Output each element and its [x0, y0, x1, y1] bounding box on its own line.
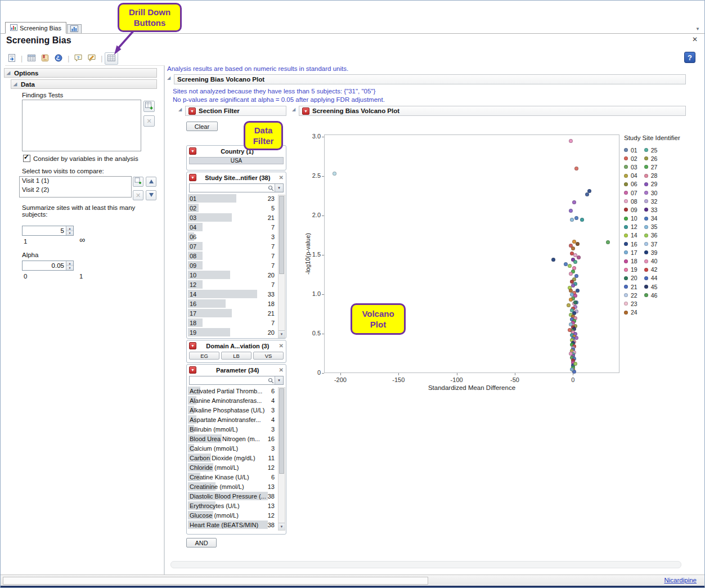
filter-row[interactable]: Glucose (mmol/L)12 [187, 510, 285, 520]
filter-row[interactable]: 025 [187, 203, 285, 213]
scroll-down-icon[interactable]: ▼ [279, 523, 285, 530]
scatter-point[interactable] [570, 218, 574, 222]
legend-item[interactable]: 46 [644, 291, 658, 299]
visit-item[interactable]: Visit 1 (1) [20, 177, 131, 186]
legend-item[interactable]: 45 [644, 282, 658, 291]
filter-row[interactable]: Aspartate Aminotransfer...4 [187, 415, 285, 424]
legend-item[interactable]: 25 [644, 146, 658, 154]
legend-item[interactable]: 29 [644, 180, 658, 188]
move-down-button[interactable] [146, 190, 156, 200]
legend-item[interactable]: 34 [644, 214, 658, 223]
scatter-point[interactable] [569, 352, 573, 356]
add-findings-button[interactable] [143, 101, 155, 112]
remove-visit-button[interactable]: ✕ [133, 190, 143, 200]
legend-item[interactable]: 35 [644, 223, 658, 231]
filter-row[interactable]: 087 [187, 251, 285, 261]
add-visit-button[interactable] [133, 177, 143, 187]
domain-value-button[interactable]: VS [253, 352, 284, 360]
filter-row[interactable]: 1433 [187, 289, 285, 299]
study-link[interactable]: Nicardipine [664, 577, 697, 583]
filter-row[interactable]: Calcium (mmol/L)3 [187, 443, 285, 453]
legend-item[interactable]: 16 [624, 240, 637, 248]
filter-row[interactable]: Erythrocytes (U/L)13 [187, 501, 285, 510]
consider-by-variables-checkbox[interactable]: ✓ [23, 155, 30, 162]
parameter-list-scrollbar[interactable]: ▼ [278, 387, 285, 531]
domain-value-button[interactable]: EG [189, 352, 219, 360]
filter-row[interactable]: 127 [187, 280, 285, 289]
domain-value-button[interactable]: LB [221, 352, 252, 360]
new-window-button[interactable] [5, 52, 19, 65]
legend-item[interactable]: 22 [624, 291, 637, 299]
findings-tests-listbox[interactable] [22, 100, 141, 151]
scatter-point[interactable] [568, 264, 572, 268]
filter-row[interactable]: Bilirubin (mmol/L)3 [187, 424, 285, 434]
tab-screening-bias[interactable]: Screening Bias [5, 22, 66, 34]
filter-row[interactable]: Creatinine (mmol/L)13 [187, 482, 285, 491]
red-triangle-menu-icon[interactable]: ▼ [189, 147, 196, 155]
legend-item[interactable]: 36 [644, 231, 658, 240]
legend-item[interactable]: 18 [624, 257, 637, 265]
legend-item[interactable]: 04 [624, 172, 637, 180]
disclosure-triangle-icon[interactable]: ◢ [167, 76, 170, 80]
panel-menu-caret-icon[interactable]: ▼ [695, 26, 700, 32]
legend-item[interactable]: 20 [624, 274, 637, 282]
legend-item[interactable]: 02 [624, 154, 637, 163]
legend-item[interactable]: 10 [624, 214, 637, 223]
legend-item[interactable]: 06 [624, 180, 637, 188]
red-triangle-menu-icon[interactable]: ▼ [189, 174, 196, 181]
red-triangle-menu-icon[interactable]: ▼ [188, 107, 196, 115]
legend-item[interactable]: 39 [644, 248, 658, 257]
legend-item[interactable]: 30 [644, 188, 658, 197]
step-up-icon[interactable]: ▲ [66, 261, 73, 266]
legend-item[interactable]: 27 [644, 163, 658, 171]
filter-row[interactable]: 097 [187, 261, 285, 270]
filter-row[interactable]: Heart Rate (BEATS/MIN)38 [187, 520, 285, 529]
filter-row[interactable]: Activated Partial Thromb...6 [187, 386, 285, 396]
scrollbar-thumb[interactable] [279, 196, 284, 274]
scatter-point[interactable] [571, 284, 575, 288]
filter-row[interactable]: Chloride (mmol/L)12 [187, 463, 285, 472]
visit-item[interactable]: Visit 2 (2) [20, 186, 131, 195]
scatter-point[interactable] [573, 300, 577, 304]
tab-chart[interactable] [67, 24, 82, 33]
step-up-icon[interactable]: ▲ [66, 226, 73, 231]
filter-row[interactable]: 077 [187, 241, 285, 251]
scatter-point[interactable] [574, 216, 578, 220]
legend-item[interactable]: 01 [624, 146, 637, 154]
scatter-point[interactable] [551, 258, 555, 262]
legend-item[interactable]: 44 [644, 274, 658, 282]
scatter-point[interactable] [569, 209, 573, 213]
scatter-point[interactable] [567, 303, 571, 307]
filter-row[interactable]: Carbon Dioxide (mg/dL)11 [187, 453, 285, 463]
legend-item[interactable]: 07 [624, 188, 637, 197]
legend-item[interactable]: 24 [624, 308, 637, 317]
journal-button[interactable] [38, 52, 52, 65]
close-filter-icon[interactable]: ✕ [279, 174, 284, 181]
scatter-point[interactable] [576, 289, 580, 293]
filter-row[interactable]: 0123 [187, 194, 285, 203]
close-icon[interactable]: ✕ [692, 35, 698, 43]
scatter-point[interactable] [574, 167, 578, 170]
scatter-point[interactable] [569, 272, 573, 276]
scatter-point[interactable] [572, 200, 576, 204]
filter-row[interactable]: 1020 [187, 270, 285, 280]
legend-item[interactable]: 42 [644, 266, 658, 274]
search-dropdown-icon[interactable]: ▼ [275, 184, 283, 192]
scrollbar-thumb[interactable] [279, 388, 284, 474]
script-button[interactable] [52, 52, 65, 65]
filter-row[interactable]: 047 [187, 222, 285, 232]
scatter-point[interactable] [585, 192, 589, 196]
scatter-point[interactable] [568, 328, 572, 332]
site-list-scrollbar[interactable]: ▼ [278, 195, 285, 338]
scatter-point[interactable] [569, 139, 573, 143]
close-filter-icon[interactable]: ✕ [279, 343, 284, 349]
filter-row[interactable]: 1920 [187, 327, 285, 337]
scatter-point[interactable] [606, 240, 610, 244]
red-triangle-menu-icon[interactable]: ▼ [189, 366, 196, 374]
disclosure-triangle-icon[interactable]: ◢ [14, 82, 17, 87]
help-button[interactable]: ? [684, 52, 695, 63]
filter-row[interactable]: 063 [187, 232, 285, 241]
scroll-down-icon[interactable]: ▼ [279, 330, 285, 338]
legend-item[interactable]: 28 [644, 172, 658, 180]
close-filter-icon[interactable]: ✕ [279, 367, 284, 373]
